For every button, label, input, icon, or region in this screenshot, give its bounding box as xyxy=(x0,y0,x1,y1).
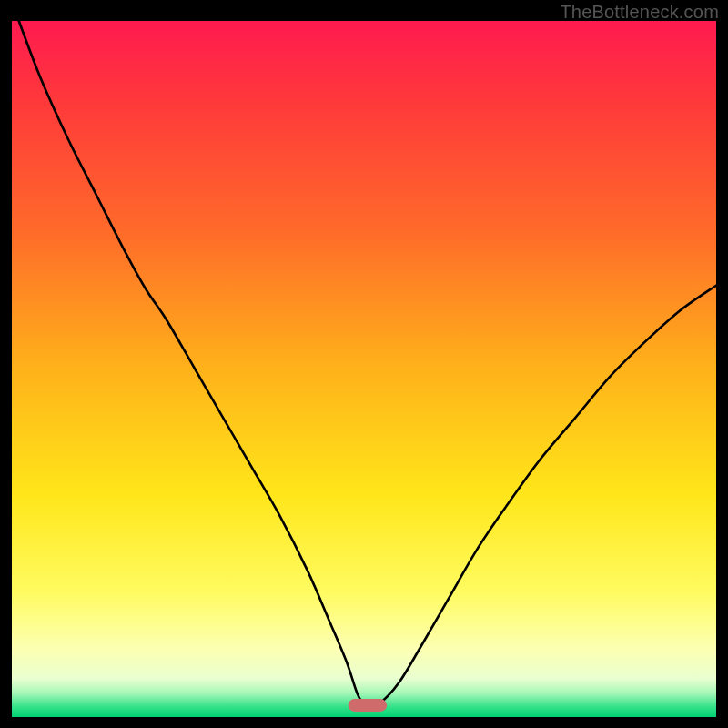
plot-background xyxy=(12,21,716,717)
chart-stage: TheBottleneck.com xyxy=(0,0,728,728)
optimum-marker xyxy=(349,699,388,712)
watermark-text: TheBottleneck.com xyxy=(560,2,719,23)
bottleneck-plot xyxy=(12,21,716,717)
